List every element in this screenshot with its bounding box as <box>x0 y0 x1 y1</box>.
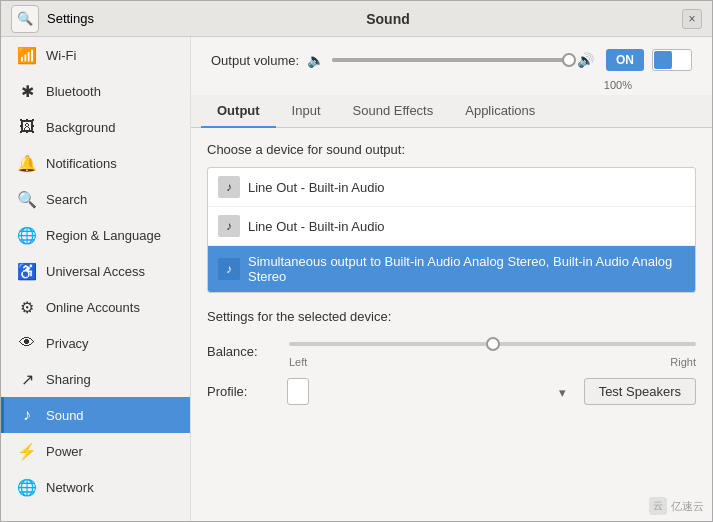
sidebar-item-bluetooth[interactable]: ✱Bluetooth <box>1 73 190 109</box>
balance-slider <box>289 334 696 354</box>
titlebar-left: 🔍 Settings <box>11 5 94 33</box>
sidebar-icon-network: 🌐 <box>18 478 36 496</box>
search-icon-btn[interactable]: 🔍 <box>11 5 39 33</box>
sidebar-item-power[interactable]: ⚡Power <box>1 433 190 469</box>
profile-row: Profile: Test Speakers <box>207 378 696 405</box>
watermark-logo: 云 <box>649 497 667 515</box>
balance-right-label: Right <box>670 356 696 368</box>
sidebar-icon-search: 🔍 <box>18 190 36 208</box>
sidebar-item-online[interactable]: ⚙Online Accounts <box>1 289 190 325</box>
sidebar-label-universal: Universal Access <box>46 264 145 279</box>
tab-sound-effects[interactable]: Sound Effects <box>337 95 450 128</box>
window-title: Sound <box>94 11 682 27</box>
tabs-bar: OutputInputSound EffectsApplications <box>191 95 712 128</box>
device-icon-line-out-1: ♪ <box>218 176 240 198</box>
device-settings-section: Settings for the selected device: Balanc… <box>207 309 696 405</box>
volume-label: Output volume: <box>211 53 299 68</box>
volume-bar: Output volume: 🔈 🔊 ON <box>191 37 712 79</box>
sidebar-item-network[interactable]: 🌐Network <box>1 469 190 505</box>
sidebar-icon-sharing: ↗ <box>18 370 36 388</box>
volume-toggle[interactable]: ON <box>606 49 644 71</box>
content-area: 📶Wi-Fi✱Bluetooth🖼Background🔔Notification… <box>1 37 712 521</box>
tab-applications[interactable]: Applications <box>449 95 551 128</box>
sidebar-icon-sound: ♪ <box>18 406 36 424</box>
settings-label: Settings <box>47 11 94 26</box>
sidebar-label-privacy: Privacy <box>46 336 89 351</box>
sidebar-item-region[interactable]: 🌐Region & Language <box>1 217 190 253</box>
sidebar-label-online: Online Accounts <box>46 300 140 315</box>
toggle-track <box>652 49 692 71</box>
test-speakers-button[interactable]: Test Speakers <box>584 378 696 405</box>
close-icon: × <box>688 12 695 26</box>
balance-row: Balance: Left Right <box>207 334 696 368</box>
balance-thumb[interactable] <box>486 337 500 351</box>
tab-input[interactable]: Input <box>276 95 337 128</box>
sidebar-item-sound[interactable]: ♪Sound <box>1 397 190 433</box>
sidebar-label-sharing: Sharing <box>46 372 91 387</box>
volume-thumb[interactable] <box>562 53 576 67</box>
device-settings-title: Settings for the selected device: <box>207 309 696 324</box>
sidebar-icon-bluetooth: ✱ <box>18 82 36 100</box>
sidebar: 📶Wi-Fi✱Bluetooth🖼Background🔔Notification… <box>1 37 191 521</box>
balance-labels: Left Right <box>289 356 696 368</box>
sidebar-label-region: Region & Language <box>46 228 161 243</box>
volume-fill <box>332 58 569 62</box>
balance-slider-area: Left Right <box>289 334 696 368</box>
sidebar-icon-universal: ♿ <box>18 262 36 280</box>
sidebar-icon-background: 🖼 <box>18 118 36 136</box>
device-item-line-out-1[interactable]: ♪Line Out - Built-in Audio <box>208 168 695 207</box>
balance-left-label: Left <box>289 356 307 368</box>
sidebar-item-sharing[interactable]: ↗Sharing <box>1 361 190 397</box>
profile-select-wrapper <box>287 378 574 405</box>
sidebar-icon-region: 🌐 <box>18 226 36 244</box>
sidebar-icon-wifi: 📶 <box>18 46 36 64</box>
tab-output[interactable]: Output <box>201 95 276 128</box>
profile-label: Profile: <box>207 384 277 399</box>
device-section-title: Choose a device for sound output: <box>207 142 696 157</box>
close-button[interactable]: × <box>682 9 702 29</box>
volume-track <box>332 58 569 62</box>
device-label-simultaneous: Simultaneous output to Built-in Audio An… <box>248 254 685 284</box>
watermark: 云 亿速云 <box>649 497 704 515</box>
volume-high-icon: 🔊 <box>577 52 594 68</box>
sidebar-label-background: Background <box>46 120 115 135</box>
sidebar-icon-notifications: 🔔 <box>18 154 36 172</box>
sidebar-icon-privacy: 👁 <box>18 334 36 352</box>
volume-low-icon: 🔈 <box>307 52 324 68</box>
volume-percent: 100% <box>191 79 712 91</box>
sidebar-label-bluetooth: Bluetooth <box>46 84 101 99</box>
sidebar-item-universal[interactable]: ♿Universal Access <box>1 253 190 289</box>
sidebar-item-background[interactable]: 🖼Background <box>1 109 190 145</box>
sidebar-label-power: Power <box>46 444 83 459</box>
watermark-text: 亿速云 <box>671 499 704 514</box>
sidebar-item-wifi[interactable]: 📶Wi-Fi <box>1 37 190 73</box>
volume-slider-container <box>332 50 569 70</box>
device-list: ♪Line Out - Built-in Audio♪Line Out - Bu… <box>207 167 696 293</box>
toggle-indicator <box>654 51 672 69</box>
balance-label: Balance: <box>207 344 277 359</box>
sidebar-item-privacy[interactable]: 👁Privacy <box>1 325 190 361</box>
profile-select[interactable] <box>287 378 309 405</box>
device-label-line-out-2: Line Out - Built-in Audio <box>248 219 385 234</box>
sidebar-item-notifications[interactable]: 🔔Notifications <box>1 145 190 181</box>
sidebar-icon-online: ⚙ <box>18 298 36 316</box>
balance-track <box>289 342 696 346</box>
titlebar: 🔍 Settings Sound × <box>1 1 712 37</box>
sidebar-label-sound: Sound <box>46 408 84 423</box>
device-icon-line-out-2: ♪ <box>218 215 240 237</box>
device-item-line-out-2[interactable]: ♪Line Out - Built-in Audio <box>208 207 695 246</box>
sidebar-label-notifications: Notifications <box>46 156 117 171</box>
output-panel: Choose a device for sound output: ♪Line … <box>191 128 712 521</box>
sidebar-item-search[interactable]: 🔍Search <box>1 181 190 217</box>
device-item-simultaneous[interactable]: ♪Simultaneous output to Built-in Audio A… <box>208 246 695 292</box>
device-icon-simultaneous: ♪ <box>218 258 240 280</box>
sidebar-icon-power: ⚡ <box>18 442 36 460</box>
main-panel: Output volume: 🔈 🔊 ON 100% OutputInputSo… <box>191 37 712 521</box>
sidebar-label-search: Search <box>46 192 87 207</box>
search-icon: 🔍 <box>17 11 33 26</box>
sidebar-label-wifi: Wi-Fi <box>46 48 76 63</box>
sidebar-label-network: Network <box>46 480 94 495</box>
device-label-line-out-1: Line Out - Built-in Audio <box>248 180 385 195</box>
settings-window: 🔍 Settings Sound × 📶Wi-Fi✱Bluetooth🖼Back… <box>0 0 713 522</box>
